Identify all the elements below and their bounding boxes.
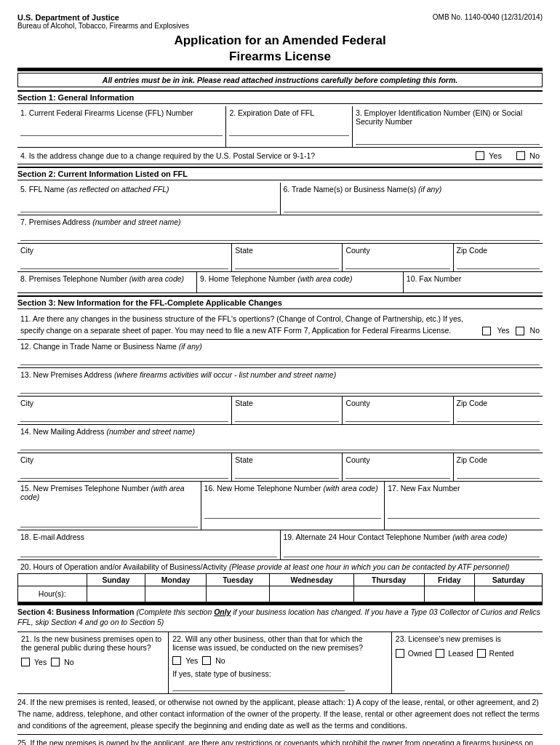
q21-yes-checkbox[interactable] <box>21 658 30 666</box>
zip3-input[interactable] <box>457 467 540 479</box>
q11-checkboxes: Yes No <box>482 325 540 337</box>
state1-input[interactable] <box>235 258 339 269</box>
q5-input[interactable] <box>20 201 277 212</box>
hours-thursday[interactable] <box>353 586 424 602</box>
q22-no-checkbox[interactable] <box>202 656 211 665</box>
field-city-3: City <box>17 453 232 481</box>
q2-input[interactable] <box>229 124 349 136</box>
q22-yes-checkbox[interactable] <box>172 656 181 665</box>
field-q17: 17. New Fax Number <box>385 482 543 530</box>
q7-input[interactable] <box>20 229 540 241</box>
field-q1: 1. Current Federal Firearms License (FFL… <box>17 106 226 147</box>
instructions: All entries must be in ink. Please read … <box>17 73 543 87</box>
county2-input[interactable] <box>345 410 449 422</box>
hours-input-row: Hour(s): <box>18 586 543 602</box>
row-q15-q16-q17: 15. New Premises Telephone Number (with … <box>17 482 543 530</box>
field-state-2: State <box>232 397 343 424</box>
omb-number: OMB No. 1140-0040 (12/31/2014) <box>433 13 543 21</box>
field-state-1: State <box>232 244 343 271</box>
q4-yes-option: Yes <box>476 151 502 160</box>
section3-header: Section 3: New Information for the FFL-C… <box>17 295 543 309</box>
agency-name: U.S. Department of Justice <box>17 13 189 22</box>
agency-sub: Bureau of Alcohol, Tobacco, Firearms and… <box>17 22 189 30</box>
field-q5: 5. FFL Name (as reflected on attached FF… <box>17 183 281 215</box>
section4-header: Section 4: Business Information (Complet… <box>17 603 543 629</box>
field-q22: 22. Will any other business, other than … <box>169 632 392 693</box>
field-q2: 2. Expiration Date of FFL <box>226 106 353 147</box>
q12-input[interactable] <box>20 354 540 365</box>
field-zip-2: Zip Code <box>454 397 543 424</box>
day-monday: Monday <box>145 573 207 586</box>
row-q21-q22-q23: 21. Is the new business premises open to… <box>17 632 543 694</box>
field-q21: 21. Is the new business premises open to… <box>17 632 169 693</box>
q14-input[interactable] <box>20 439 540 450</box>
row-q5-q6: 5. FFL Name (as reflected on attached FF… <box>17 183 543 215</box>
hours-friday[interactable] <box>424 586 475 602</box>
hours-saturday[interactable] <box>475 586 543 602</box>
state2-input[interactable] <box>235 410 339 422</box>
day-thursday: Thursday <box>353 573 424 586</box>
field-q9: 9. Home Telephone Number (with area code… <box>197 272 404 292</box>
field-q12: 12. Change in Trade Name or Business Nam… <box>17 340 543 368</box>
zip1-input[interactable] <box>457 258 540 269</box>
q23-owned-checkbox[interactable] <box>396 649 404 658</box>
q11-yes-checkbox[interactable] <box>482 327 491 335</box>
hours-monday[interactable] <box>145 586 207 602</box>
q18-input[interactable] <box>20 546 277 557</box>
hours-label: Hour(s): <box>18 586 87 602</box>
q16-input[interactable] <box>204 507 382 519</box>
field-q19: 19. Alternate 24 Hour Contact Telephone … <box>281 530 543 559</box>
field-q18: 18. E-mail Address <box>17 530 281 559</box>
field-county-2: County <box>343 397 453 424</box>
zip2-input[interactable] <box>457 410 540 422</box>
q23-leased-checkbox[interactable] <box>436 649 444 658</box>
hours-wednesday[interactable] <box>270 586 353 602</box>
row-city-state-county-zip-2: City State County Zip Code <box>17 397 543 425</box>
q17-input[interactable] <box>388 507 540 519</box>
q22-state-input[interactable] <box>172 680 345 691</box>
county1-input[interactable] <box>345 258 449 269</box>
state3-input[interactable] <box>235 467 339 479</box>
q11-no-checkbox[interactable] <box>516 327 524 335</box>
field-q3: 3. Employer Identification Number (EIN) … <box>353 106 543 147</box>
field-state-3: State <box>232 453 343 481</box>
q23-rented-checkbox[interactable] <box>477 649 486 658</box>
row-q18-q19: 18. E-mail Address 19. Alternate 24 Hour… <box>17 530 543 560</box>
hours-label-header <box>18 573 87 586</box>
q15-input[interactable] <box>20 516 198 527</box>
hours-tuesday[interactable] <box>206 586 269 602</box>
field-q14: 14. New Mailing Address (number and stre… <box>17 425 543 453</box>
field-county-1: County <box>343 244 453 271</box>
field-q7: 7. Premises Address (number and street n… <box>17 215 543 244</box>
county3-input[interactable] <box>345 467 449 479</box>
q4-yes-checkbox[interactable] <box>476 151 484 160</box>
header: U.S. Department of Justice Bureau of Alc… <box>17 13 543 30</box>
field-county-3: County <box>343 453 453 481</box>
field-q25: 25. If the new premises is owned by the … <box>17 735 543 745</box>
field-q10: 10. Fax Number <box>404 272 543 292</box>
q1-input[interactable] <box>20 124 223 136</box>
q4-no-checkbox[interactable] <box>516 151 525 160</box>
section2-header: Section 2: Current Information Listed on… <box>17 167 543 180</box>
row-q1-q2-q3: 1. Current Federal Firearms License (FFL… <box>17 106 543 148</box>
agency-block: U.S. Department of Justice Bureau of Alc… <box>17 13 189 30</box>
city3-input[interactable] <box>20 467 228 479</box>
hours-sunday[interactable] <box>87 586 145 602</box>
city2-input[interactable] <box>20 410 228 422</box>
q19-input[interactable] <box>284 546 540 557</box>
q4-label: 4. Is the address change due to a change… <box>20 151 315 160</box>
hours-header-row: Sunday Monday Tuesday Wednesday Thursday… <box>18 573 543 586</box>
q23-checkboxes: Owned Leased Rented <box>396 649 539 658</box>
form-title: Application for an Amended Federal Firea… <box>17 33 543 65</box>
q4-checkboxes: Yes No <box>476 151 540 160</box>
field-q15: 15. New Premises Telephone Number (with … <box>17 482 201 530</box>
row-city-state-county-zip-1: City State County Zip Code <box>17 244 543 272</box>
q3-input[interactable] <box>356 133 540 145</box>
field-q8: 8. Premises Telephone Number (with area … <box>17 272 197 292</box>
q6-input[interactable] <box>284 201 540 212</box>
city1-input[interactable] <box>20 258 228 269</box>
field-zip-1: Zip Code <box>454 244 543 271</box>
q21-no-checkbox[interactable] <box>51 658 60 666</box>
row-q11: 11. Are there any changes in the busines… <box>17 311 543 340</box>
q13-input[interactable] <box>20 382 540 394</box>
